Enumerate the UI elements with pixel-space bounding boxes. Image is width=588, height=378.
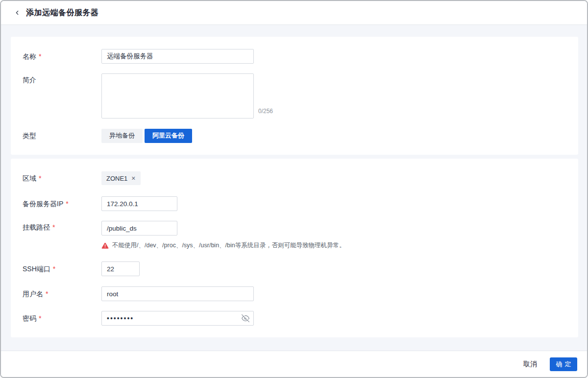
mount-path-input[interactable] xyxy=(101,221,177,236)
type-option-offsite-backup[interactable]: 异地备份 xyxy=(101,129,143,143)
type-label: 类型 xyxy=(23,128,101,143)
description-label: 简介 xyxy=(23,73,101,85)
chevron-left-icon xyxy=(14,9,21,16)
char-counter: 0/256 xyxy=(258,108,273,115)
username-label: 用户名 xyxy=(23,286,101,301)
mount-path-row: 挂载路径 不能使用/、/dev、/proc、/sys、/usr/bin、/bin… xyxy=(23,221,566,250)
connection-info-card: 区域 ZONE1 × 备份服务器IP 挂载路径 xyxy=(11,159,578,337)
zone-tag: ZONE1 × xyxy=(101,171,141,185)
ssh-port-label: SSH端口 xyxy=(23,261,101,276)
page-title: 添加远端备份服务器 xyxy=(26,8,99,18)
ssh-port-input[interactable] xyxy=(101,261,140,276)
add-remote-backup-server-page: 添加远端备份服务器 名称 简介 0/256 类型 异地备份 阿里云备份 xyxy=(0,0,588,378)
zone-label: 区域 xyxy=(23,171,101,186)
zone-row: 区域 ZONE1 × xyxy=(23,171,566,186)
type-option-aliyun-backup[interactable]: 阿里云备份 xyxy=(145,129,192,143)
toggle-password-visibility-button[interactable] xyxy=(242,314,249,322)
page-footer: 取消 确定 xyxy=(1,351,587,377)
zone-tag-remove-icon[interactable]: × xyxy=(131,175,135,182)
ssh-port-row: SSH端口 xyxy=(23,261,566,276)
page-header: 添加远端备份服务器 xyxy=(1,1,587,25)
password-row: 密码 xyxy=(23,311,566,326)
mount-path-warning-text: 不能使用/、/dev、/proc、/sys、/usr/bin、/bin等系统目录… xyxy=(112,241,345,250)
description-textarea[interactable] xyxy=(101,73,254,118)
mount-path-warning: 不能使用/、/dev、/proc、/sys、/usr/bin、/bin等系统目录… xyxy=(101,241,345,250)
zone-tag-label: ZONE1 xyxy=(106,175,127,182)
password-input[interactable] xyxy=(101,311,254,326)
username-row: 用户名 xyxy=(23,286,566,301)
type-segmented-control: 异地备份 阿里云备份 xyxy=(101,129,192,143)
basic-info-card: 名称 简介 0/256 类型 异地备份 阿里云备份 xyxy=(11,37,578,155)
username-input[interactable] xyxy=(101,286,254,301)
server-ip-row: 备份服务器IP xyxy=(23,196,566,211)
server-ip-input[interactable] xyxy=(101,196,177,211)
back-button[interactable] xyxy=(13,8,22,17)
form-content: 名称 简介 0/256 类型 异地备份 阿里云备份 区域 ZO xyxy=(1,25,587,351)
mount-path-label: 挂载路径 xyxy=(23,221,101,232)
type-row: 类型 异地备份 阿里云备份 xyxy=(23,128,566,143)
name-input[interactable] xyxy=(101,49,254,64)
cancel-button[interactable]: 取消 xyxy=(523,360,537,369)
alert-triangle-icon xyxy=(101,242,109,249)
server-ip-label: 备份服务器IP xyxy=(23,196,101,211)
confirm-button[interactable]: 确定 xyxy=(550,357,577,371)
description-row: 简介 0/256 xyxy=(23,73,566,118)
name-row: 名称 xyxy=(23,49,566,64)
eye-off-icon xyxy=(242,314,249,322)
name-label: 名称 xyxy=(23,49,101,64)
password-label: 密码 xyxy=(23,311,101,326)
